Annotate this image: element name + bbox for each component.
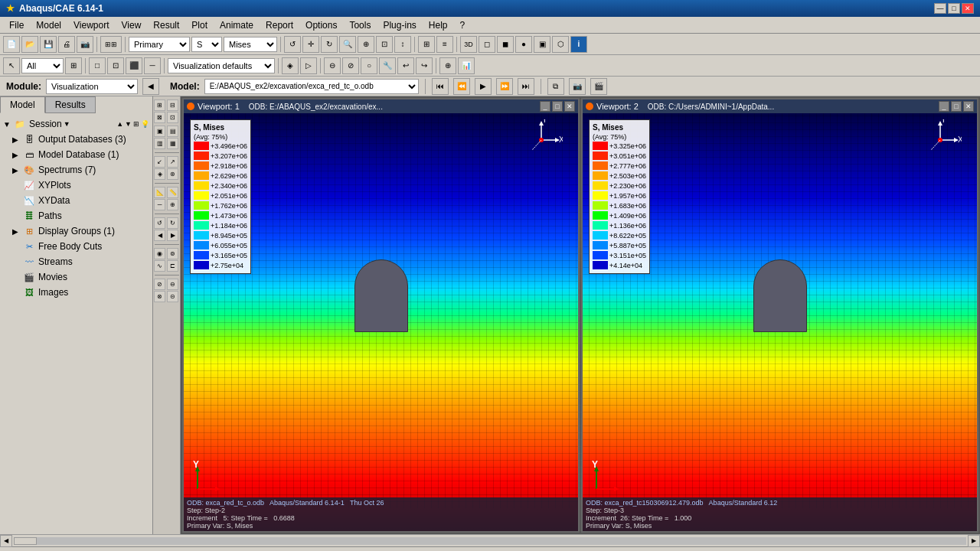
info-button[interactable]: i — [570, 36, 587, 53]
vp1-restore[interactable]: □ — [552, 101, 563, 112]
video-button[interactable]: 🎬 — [590, 78, 607, 95]
ic7[interactable]: ▥ — [154, 138, 165, 149]
toggle2-button[interactable]: ⊘ — [342, 57, 359, 74]
copy-button[interactable]: ⧉ — [547, 78, 564, 95]
camera-button[interactable]: 📷 — [77, 36, 93, 53]
vp1-content[interactable]: S, Mises (Avg: 75%) +3.496e+06 +3.207e+0… — [184, 113, 578, 531]
ic1[interactable]: ⊞ — [154, 99, 165, 111]
ic21[interactable]: ◉ — [154, 248, 165, 259]
all-select[interactable]: All — [21, 58, 64, 73]
ic5[interactable]: ▣ — [154, 126, 165, 137]
reset-button[interactable]: ↺ — [284, 36, 301, 53]
session-up[interactable]: ▲ — [116, 120, 123, 128]
tree-item-spectrums[interactable]: ▶ 🎨 Spectrums (7) — [0, 162, 152, 178]
ic19[interactable]: ◀ — [154, 230, 165, 241]
ic13[interactable]: 📐 — [154, 187, 165, 198]
select-button[interactable]: ↖ — [3, 57, 20, 74]
tree-item-model-database[interactable]: ▶ 🗃 Model Database (1) — [0, 147, 152, 162]
vp2-controls[interactable]: _ □ ✕ — [939, 101, 974, 112]
horizontal-scrollbar[interactable]: ◀ ▶ — [0, 534, 980, 546]
ic28[interactable]: ⊝ — [167, 291, 178, 302]
minimize-button[interactable]: — — [934, 3, 946, 14]
display-button[interactable]: ◈ — [282, 57, 299, 74]
ic25[interactable]: ⊘ — [154, 279, 165, 290]
part-button[interactable]: ⬡ — [552, 36, 569, 53]
solid-button[interactable]: ▣ — [534, 36, 550, 53]
ic4[interactable]: ⊡ — [167, 112, 178, 123]
viewport-1[interactable]: Viewport: 1 ODB: E:/ABAQUS_ex2/excavatio… — [182, 98, 580, 533]
ic9[interactable]: ↙ — [154, 156, 165, 168]
mises-select[interactable]: Mises — [224, 37, 277, 52]
ic18[interactable]: ↻ — [167, 217, 178, 229]
prev-button[interactable]: ⏪ — [453, 78, 470, 95]
tab-model[interactable]: Model — [0, 96, 45, 113]
vp1-close[interactable]: ✕ — [564, 101, 575, 112]
menu-tools[interactable]: Tools — [343, 18, 377, 32]
menu-file[interactable]: File — [3, 18, 30, 32]
scroll-left[interactable]: ◀ — [0, 535, 12, 547]
tree-item-movies[interactable]: ▶ 🎬 Movies — [0, 269, 152, 285]
record-button[interactable]: ⊕ — [439, 57, 456, 74]
menu-options[interactable]: Options — [299, 18, 343, 32]
vp1-controls[interactable]: _ □ ✕ — [540, 101, 575, 112]
ic23[interactable]: ∿ — [154, 260, 165, 272]
menu-viewport[interactable]: Viewport — [67, 18, 115, 32]
vp1-minimize[interactable]: _ — [540, 101, 550, 112]
rewind-button[interactable]: ⏮ — [432, 78, 449, 95]
menu-model[interactable]: Model — [30, 18, 67, 32]
expand-button[interactable]: ⊞ — [65, 57, 82, 74]
session-dropdown[interactable]: ▼ — [64, 120, 70, 128]
s-select[interactable]: S — [191, 37, 222, 52]
mesh-button[interactable]: ⊞⊞ — [100, 36, 122, 53]
tree-item-xyplots[interactable]: ▶ 📈 XYPlots — [0, 178, 152, 193]
session-down[interactable]: ▼ — [125, 120, 132, 128]
tree-item-paths[interactable]: ▶ 🛤 Paths — [0, 208, 152, 223]
tree-item-streams[interactable]: ▶ 〰 Streams — [0, 254, 152, 269]
menu-plugins[interactable]: Plug-ins — [377, 18, 422, 32]
ic3[interactable]: ⊠ — [154, 112, 165, 123]
fit-button[interactable]: ⊡ — [376, 36, 393, 53]
edge-button[interactable]: ─ — [144, 57, 161, 74]
ic22[interactable]: ⊚ — [167, 248, 178, 259]
ic15[interactable]: ─ — [154, 199, 165, 210]
primary-select[interactable]: Primary — [129, 37, 190, 52]
vp2-restore[interactable]: □ — [951, 101, 962, 112]
menu-view[interactable]: View — [116, 18, 148, 32]
scroll-thumb[interactable] — [14, 537, 37, 545]
redo-button[interactable]: ↪ — [416, 57, 433, 74]
vp2-minimize[interactable]: _ — [939, 101, 949, 112]
tab-results[interactable]: Results — [45, 96, 96, 113]
undo-button[interactable]: ↩ — [397, 57, 414, 74]
snapshot-button[interactable]: 📷 — [569, 78, 586, 95]
circle-button[interactable]: ○ — [361, 57, 377, 74]
cube-button[interactable]: ◻ — [479, 36, 495, 53]
save-button[interactable]: 💾 — [40, 36, 57, 53]
menu-question[interactable]: ? — [454, 18, 472, 32]
module-select[interactable]: Visualization — [46, 79, 138, 94]
viz-defaults-select[interactable]: Visualization defaults — [168, 58, 275, 73]
model-select[interactable]: E:/ABAQUS_ex2/excavation/exca_red_tc_o.o… — [204, 79, 419, 94]
scroll-track[interactable] — [14, 537, 966, 545]
sphere-button[interactable]: ● — [515, 36, 532, 53]
menu-report[interactable]: Report — [260, 18, 299, 32]
end-button[interactable]: ⏭ — [518, 78, 534, 95]
align-button[interactable]: ≡ — [436, 36, 453, 53]
ic26[interactable]: ⊖ — [167, 279, 178, 290]
ic14[interactable]: 📏 — [167, 187, 178, 198]
tree-item-output-databases[interactable]: ▶ 🗄 Output Databases (3) — [0, 132, 152, 147]
3d-button[interactable]: 3D — [460, 36, 477, 53]
zoom-in-button[interactable]: 🔍 — [339, 36, 356, 53]
viewport-2[interactable]: Viewport: 2 ODB: C:/Users/ADMINI~1/AppDa… — [581, 98, 978, 533]
elem-button[interactable]: ⊡ — [107, 57, 124, 74]
ic17[interactable]: ↺ — [154, 217, 165, 229]
display2-button[interactable]: ▷ — [300, 57, 317, 74]
menu-result[interactable]: Result — [147, 18, 185, 32]
open-button[interactable]: 📂 — [21, 36, 38, 53]
tree-item-xydata[interactable]: ▶ 📉 XYData — [0, 193, 152, 208]
ic6[interactable]: ▤ — [167, 126, 178, 137]
cube2-button[interactable]: ◼ — [497, 36, 514, 53]
menu-plot[interactable]: Plot — [185, 18, 214, 32]
vp2-content[interactable]: S, Mises (Avg: 75%) +3.325e+06 +3.051e+0… — [583, 113, 977, 531]
fast-forward-button[interactable]: ⏩ — [496, 78, 513, 95]
table-button[interactable]: ⊞ — [418, 36, 435, 53]
